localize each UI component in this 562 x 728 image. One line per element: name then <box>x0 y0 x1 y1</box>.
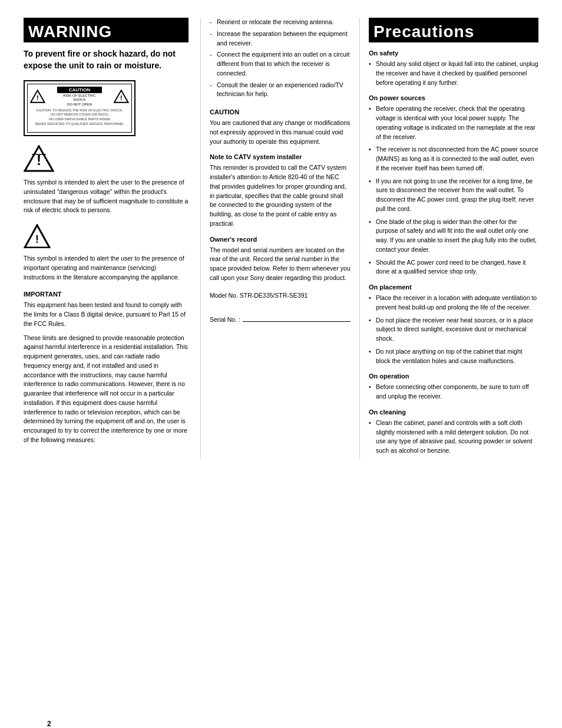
important-text1: This equipment has been tested and found… <box>24 301 189 328</box>
dash-item-4: Consult the dealer or an experienced rad… <box>210 81 351 100</box>
page-number: 2 <box>47 720 51 728</box>
caution-text: You are cautioned that any change or mod… <box>210 118 351 146</box>
cleaning-header: On cleaning <box>369 409 538 416</box>
symbol2-text: This symbol is intended to alert the use… <box>24 254 189 282</box>
precautions-section: Precautions On safety Should any solid o… <box>359 18 538 459</box>
warning-title: WARNING <box>28 22 112 41</box>
power-header: On power sources <box>369 94 538 101</box>
svg-text:!: ! <box>35 233 39 245</box>
measures-list: Reorient or relocate the receiving anten… <box>210 18 351 99</box>
warning-section: WARNING To prevent fire or shock hazard,… <box>24 18 200 459</box>
placement-header: On placement <box>369 284 538 291</box>
catv-text: This reminder is provided to call the CA… <box>210 163 351 228</box>
operation-header: On operation <box>369 373 538 380</box>
operation-item-1: Before connecting other components, be s… <box>369 383 538 401</box>
serial-line: Serial No. : <box>210 314 351 323</box>
important-text2: These limits are designed to provide rea… <box>24 334 189 445</box>
serial-label: Serial No. : <box>210 316 240 323</box>
maintenance-warning-icon: ! <box>24 224 189 249</box>
electric-shock-warning-icon: ! <box>24 145 189 173</box>
cleaning-item-1: Clean the cabinet, panel and controls wi… <box>369 419 538 456</box>
catv-header: Note to CATV system installer <box>210 153 351 160</box>
power-item-5: Should the AC power cord need to be chan… <box>369 258 538 277</box>
owners-text: The model and serial numbers are located… <box>210 246 351 283</box>
owners-header: Owner's record <box>210 236 351 243</box>
caution-image: ! CAUTION RISK OF ELECTRIC SHOCKDO NOT O… <box>24 80 135 136</box>
caution-header: CAUTION <box>210 108 351 116</box>
placement-item-1: Place the receiver in a location with ad… <box>369 294 538 312</box>
precautions-title: Precautions <box>373 22 474 41</box>
power-item-3: If you are not going to use the receiver… <box>369 177 538 214</box>
power-list: Before operating the receiver, check tha… <box>369 104 538 276</box>
model-line: Model No. STR-DE335/STR-SE391 <box>210 292 351 299</box>
dash-item-1: Reorient or relocate the receiving anten… <box>210 18 351 27</box>
safety-item-1: Should any solid object or liquid fall i… <box>369 60 538 87</box>
triangle-warning-icon-right: ! <box>114 90 129 103</box>
middle-section: Reorient or relocate the receiving anten… <box>200 18 359 459</box>
placement-list: Place the receiver in a location with ad… <box>369 294 538 365</box>
safety-header: On safety <box>369 50 538 57</box>
dash-item-2: Increase the separation between the equi… <box>210 29 351 48</box>
dash-item-3: Connect the equipment into an outlet on … <box>210 50 351 78</box>
important-header: IMPORTANT <box>24 291 189 298</box>
symbol1-text: This symbol is intended to alert the use… <box>24 178 189 215</box>
placement-item-3: Do not place anything on top of the cabi… <box>369 347 538 366</box>
power-item-1: Before operating the receiver, check tha… <box>369 104 538 141</box>
cleaning-list: Clean the cabinet, panel and controls wi… <box>369 419 538 456</box>
safety-list: Should any solid object or liquid fall i… <box>369 60 538 87</box>
power-item-4: One blade of the plug is wider than the … <box>369 218 538 255</box>
warning-subtitle: To prevent fire or shock hazard, do not … <box>24 48 189 71</box>
svg-text:!: ! <box>37 94 39 101</box>
svg-text:!: ! <box>120 94 123 101</box>
placement-item-2: Do not place the receiver near heat sour… <box>369 316 538 344</box>
power-item-2: The receiver is not disconnected from th… <box>369 145 538 173</box>
operation-list: Before connecting other components, be s… <box>369 383 538 401</box>
triangle-warning-icon-left: ! <box>30 90 45 103</box>
